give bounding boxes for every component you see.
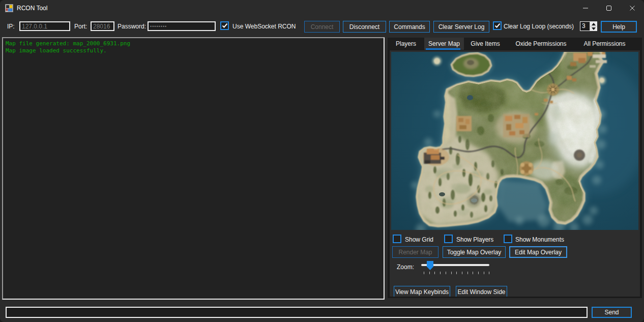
connect-button[interactable]: Connect — [304, 21, 340, 33]
disconnect-button[interactable]: Disconnect — [343, 21, 386, 33]
check-icon — [222, 23, 228, 28]
close-button[interactable] — [621, 0, 644, 16]
maximize-button[interactable] — [597, 0, 621, 16]
maximize-icon — [606, 6, 611, 11]
minimize-button[interactable] — [574, 0, 597, 16]
up-arrow-icon — [592, 23, 596, 25]
console-line: Map file generated: map_2000_6931.png — [6, 40, 381, 47]
tab-all-permissions[interactable]: All Permissions — [575, 38, 634, 50]
send-button[interactable]: Send — [592, 307, 632, 318]
tick-mark — [434, 272, 435, 274]
stepper-down-button[interactable] — [590, 26, 597, 31]
server-log-console[interactable]: Map file generated: map_2000_6931.png Ma… — [2, 37, 385, 300]
commands-button[interactable]: Commands — [389, 21, 430, 33]
render-map-button[interactable]: Render Map — [392, 246, 438, 258]
server-map-image[interactable] — [391, 52, 638, 230]
tick-mark — [478, 272, 479, 274]
zoom-slider-ticks — [424, 272, 490, 274]
close-icon — [630, 6, 635, 11]
clear-server-log-button[interactable]: Clear Server Log — [433, 21, 489, 33]
down-arrow-icon — [592, 27, 596, 30]
tick-mark — [451, 272, 452, 274]
server-map-tab-page: Show Grid Show Players Show Monuments Re… — [390, 50, 640, 297]
show-monuments-label: Show Monuments — [515, 236, 564, 244]
tick-mark — [424, 272, 424, 274]
tab-players[interactable]: Players — [388, 38, 424, 50]
password-label: Password: — [118, 22, 146, 31]
tick-mark — [446, 272, 446, 274]
show-monuments-checkbox[interactable] — [504, 235, 512, 243]
tick-mark — [462, 272, 462, 274]
show-grid-label: Show Grid — [405, 236, 433, 244]
zoom-slider-thumb[interactable] — [427, 261, 433, 270]
tick-mark — [484, 272, 484, 274]
toggle-map-overlay-button[interactable]: Toggle Map Overlay — [443, 246, 506, 258]
tick-mark — [456, 272, 457, 274]
check-icon — [494, 23, 501, 28]
tick-mark — [467, 272, 468, 274]
clear-log-loop-checkbox[interactable] — [493, 21, 502, 30]
command-input[interactable] — [6, 307, 588, 318]
clear-log-loop-label: Clear Log Loop (seconds) — [504, 22, 574, 31]
tick-mark — [429, 272, 430, 274]
window-title: RCON Tool — [17, 5, 47, 12]
stepper-up-button[interactable] — [590, 22, 597, 26]
use-websocket-checkbox[interactable] — [220, 21, 229, 30]
app-window: RCON Tool IP: Port: Password: Use WebSoc… — [0, 0, 644, 322]
edit-window-side-button[interactable]: Edit Window Side — [456, 286, 507, 297]
show-players-checkbox[interactable] — [444, 235, 453, 243]
use-websocket-label: Use WebSocket RCON — [232, 22, 296, 31]
port-input[interactable] — [91, 21, 114, 31]
edit-map-overlay-button[interactable]: Edit Map Overlay — [509, 246, 567, 258]
console-line: Map image loaded successfully. — [6, 47, 381, 54]
show-grid-checkbox[interactable] — [393, 235, 401, 243]
zoom-label: Zoom: — [397, 263, 414, 272]
tab-oxide-permissions[interactable]: Oxide Permissions — [507, 38, 575, 50]
password-input[interactable] — [148, 21, 216, 31]
ip-input[interactable] — [19, 21, 70, 31]
tab-server-map-label: Server Map — [428, 40, 460, 47]
ip-label: IP: — [7, 22, 15, 31]
minimize-icon — [583, 6, 588, 11]
selected-tab-underline — [426, 48, 460, 50]
app-icon — [5, 4, 13, 12]
tab-server-map[interactable]: Server Map — [424, 38, 464, 50]
view-map-keybinds-button[interactable]: View Map Keybinds — [394, 286, 450, 297]
rust-map — [391, 52, 638, 230]
loop-seconds-stepper[interactable]: 3 — [580, 21, 597, 31]
titlebar: RCON Tool — [0, 0, 644, 16]
port-label: Port: — [74, 22, 87, 31]
tick-mark — [473, 272, 473, 274]
tick-mark — [489, 272, 489, 274]
loop-seconds-value: 3 — [580, 22, 590, 31]
help-button[interactable]: Help — [601, 21, 637, 33]
tick-mark — [440, 272, 441, 274]
tab-give-items[interactable]: Give Items — [464, 38, 507, 50]
show-players-label: Show Players — [456, 236, 493, 244]
tab-strip: Players Server Map Give Items Oxide Perm… — [388, 38, 642, 50]
